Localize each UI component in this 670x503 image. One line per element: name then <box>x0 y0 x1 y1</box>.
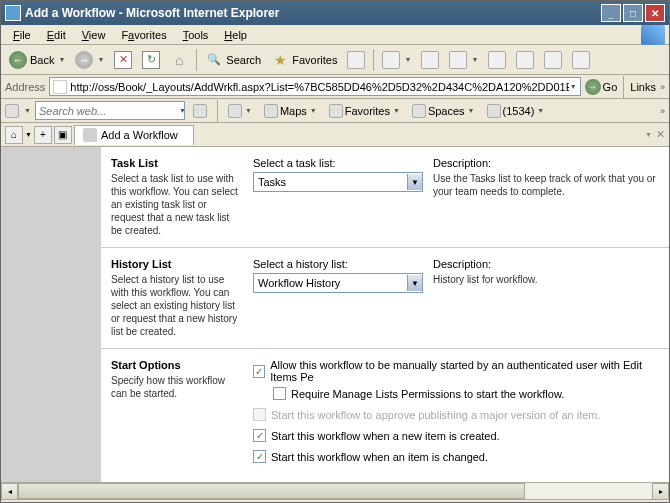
stop-icon: ✕ <box>114 51 132 69</box>
history-select-value: Workflow History <box>258 277 407 289</box>
go-button[interactable]: → Go <box>585 79 618 95</box>
chevron-icon[interactable]: » <box>660 106 665 116</box>
task-desc-value: Use the Tasks list to keep track of work… <box>433 172 659 198</box>
discuss-icon <box>488 51 506 69</box>
web-search-input-wrapper[interactable]: ▼ <box>35 101 185 120</box>
section-start-options: Start Options Specify how this workflow … <box>101 349 669 477</box>
address-label: Address <box>5 81 45 93</box>
search-go-button[interactable] <box>189 104 211 118</box>
cb-manual-label: Allow this workflow to be manually start… <box>270 359 659 383</box>
mail-button[interactable]: ▼ <box>378 48 415 72</box>
menu-view[interactable]: View <box>74 27 114 43</box>
spaces-icon <box>412 104 426 118</box>
minimize-button[interactable]: _ <box>601 4 621 22</box>
ie-logo-icon <box>641 25 665 45</box>
chevron-down-icon[interactable]: ▼ <box>570 83 577 90</box>
sb-favorites-button[interactable]: Favorites▼ <box>325 104 404 118</box>
heart-button[interactable]: ▼ <box>224 104 256 118</box>
task-select-value: Tasks <box>258 176 407 188</box>
history-icon <box>347 51 365 69</box>
history-list-select[interactable]: Workflow History ▼ <box>253 273 423 293</box>
links-label[interactable]: Links <box>630 81 656 93</box>
scroll-track[interactable] <box>18 483 652 499</box>
cb-row-approve-publish: Start this workflow to approve publishin… <box>253 408 659 421</box>
search-label: Search <box>226 54 261 66</box>
back-button[interactable]: ← Back ▼ <box>5 48 69 72</box>
horizontal-scrollbar[interactable]: ◂ ▸ <box>1 482 669 499</box>
chevron-down-icon: ▼ <box>97 56 104 63</box>
msn-icon[interactable] <box>5 104 19 118</box>
star-icon: ★ <box>271 51 289 69</box>
content-area: Task List Select a task list to use with… <box>1 147 669 482</box>
address-input-wrapper[interactable]: ▼ <box>49 77 580 96</box>
fav-icon <box>329 104 343 118</box>
menu-help[interactable]: Help <box>216 27 255 43</box>
cb-row-item-changed: ✓ Start this workflow when an item is ch… <box>253 450 659 463</box>
app-icon <box>5 5 21 21</box>
envelope-icon <box>487 104 501 118</box>
cb-require-perms-label: Require Manage Lists Permissions to star… <box>291 388 564 400</box>
mail-count-button[interactable]: (1534)▼ <box>483 104 549 118</box>
close-button[interactable]: ✕ <box>645 4 665 22</box>
history-desc: Select a history list to use with this w… <box>111 273 241 338</box>
messenger-icon <box>544 51 562 69</box>
maximize-button[interactable]: □ <box>623 4 643 22</box>
web-search-input[interactable] <box>39 105 178 117</box>
scroll-left-button[interactable]: ◂ <box>1 483 18 500</box>
scroll-right-button[interactable]: ▸ <box>652 483 669 500</box>
forward-arrow-icon: → <box>75 51 93 69</box>
section-history-list: History List Select a history list to us… <box>101 248 669 349</box>
chevron-down-icon: ▼ <box>58 56 65 63</box>
tab-page-icon <box>83 128 97 142</box>
research-button[interactable] <box>512 48 538 72</box>
search-toolbar: ▼ ▼ ▼ Maps▼ Favorites▼ Spaces▼ (1534)▼ » <box>1 99 669 123</box>
home-icon: ⌂ <box>170 51 188 69</box>
history-button[interactable] <box>343 48 369 72</box>
home-button[interactable]: ⌂ <box>166 48 192 72</box>
task-list-select[interactable]: Tasks ▼ <box>253 172 423 192</box>
favorites-label: Favorites <box>292 54 337 66</box>
research-icon <box>516 51 534 69</box>
menu-edit[interactable]: Edit <box>39 27 74 43</box>
stop-button[interactable]: ✕ <box>110 48 136 72</box>
maps-button[interactable]: Maps▼ <box>260 104 321 118</box>
chevron-icon[interactable]: » <box>660 82 665 92</box>
tab-title: Add a Workflow <box>101 129 178 141</box>
cb-item-changed[interactable]: ✓ <box>253 450 266 463</box>
cb-approve-publish <box>253 408 266 421</box>
tab-add-button[interactable]: ▣ <box>54 126 72 144</box>
cb-require-perms[interactable] <box>273 387 286 400</box>
tab-add-workflow[interactable]: Add a Workflow <box>74 125 194 145</box>
left-gutter <box>1 147 101 482</box>
refresh-icon: ↻ <box>142 51 160 69</box>
cb-new-item[interactable]: ✓ <box>253 429 266 442</box>
search-go-icon <box>193 104 207 118</box>
menu-favorites[interactable]: Favorites <box>113 27 174 43</box>
tab-home-button[interactable]: ⌂ <box>5 126 23 144</box>
history-desc-label: Description: <box>433 258 659 270</box>
print-button[interactable] <box>417 48 443 72</box>
search-button[interactable]: 🔍 Search <box>201 48 265 72</box>
scroll-thumb[interactable] <box>18 483 525 499</box>
page-icon <box>53 80 67 94</box>
history-heading: History List <box>111 258 241 270</box>
menu-file[interactable]: File <box>5 27 39 43</box>
go-arrow-icon: → <box>585 79 601 95</box>
go-label: Go <box>603 81 618 93</box>
menu-tools[interactable]: Tools <box>175 27 217 43</box>
edit-button[interactable]: ▼ <box>445 48 482 72</box>
address-input[interactable] <box>70 81 568 93</box>
addressbar: Address ▼ → Go Links » <box>1 75 669 99</box>
cb-manual-start[interactable]: ✓ <box>253 365 265 378</box>
spaces-button[interactable]: Spaces▼ <box>408 104 479 118</box>
tab-close-icon[interactable]: ✕ <box>656 128 665 141</box>
cb-new-item-label: Start this workflow when a new item is c… <box>271 430 500 442</box>
task-select-label: Select a task list: <box>253 157 423 169</box>
favorites-button[interactable]: ★ Favorites <box>267 48 341 72</box>
discuss-button[interactable] <box>484 48 510 72</box>
messenger-button[interactable] <box>540 48 566 72</box>
forward-button[interactable]: → ▼ <box>71 48 108 72</box>
tab-new-button[interactable]: + <box>34 126 52 144</box>
refresh-button[interactable]: ↻ <box>138 48 164 72</box>
extra-button[interactable] <box>568 48 594 72</box>
